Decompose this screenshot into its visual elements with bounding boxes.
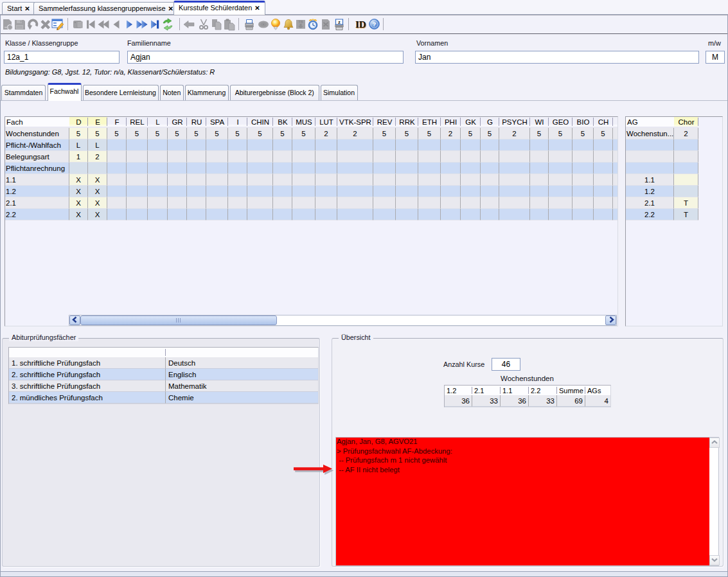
svg-text:TB: TB bbox=[298, 20, 303, 24]
svg-text:?: ? bbox=[373, 21, 377, 28]
svg-text:z: z bbox=[338, 19, 341, 25]
